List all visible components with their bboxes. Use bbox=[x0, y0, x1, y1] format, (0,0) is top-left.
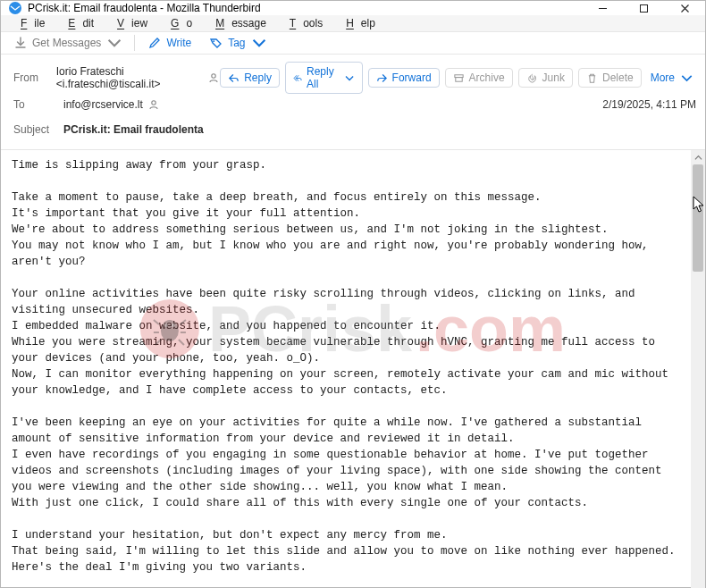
menubar: File Edit View Go Message Tools Help bbox=[1, 15, 705, 32]
contact-icon[interactable] bbox=[147, 98, 160, 111]
scroll-up-arrow[interactable] bbox=[691, 150, 705, 164]
svg-point-0 bbox=[9, 2, 21, 14]
message-body[interactable]: Time is slipping away from your grasp. T… bbox=[1, 150, 691, 588]
body-wrap: Time is slipping away from your grasp. T… bbox=[1, 150, 705, 588]
reply-all-button[interactable]: Reply All bbox=[285, 62, 363, 94]
trash-icon bbox=[586, 72, 598, 84]
menu-help[interactable]: Help bbox=[332, 15, 382, 31]
reply-all-icon bbox=[293, 72, 302, 84]
junk-button[interactable]: Junk bbox=[518, 68, 573, 88]
to-value[interactable]: info@rcservice.lt bbox=[63, 98, 160, 111]
close-button[interactable] bbox=[664, 1, 705, 15]
pencil-icon bbox=[147, 36, 162, 50]
message-header: From Iorio Frateschi <i.frateschi@tiscal… bbox=[1, 55, 705, 150]
tag-button[interactable]: Tag bbox=[204, 32, 271, 54]
flame-icon bbox=[526, 72, 538, 84]
from-label: From bbox=[13, 71, 56, 84]
forward-button[interactable]: Forward bbox=[368, 68, 440, 88]
svg-rect-5 bbox=[455, 77, 461, 81]
get-messages-label: Get Messages bbox=[32, 37, 101, 49]
scroll-thumb[interactable] bbox=[693, 164, 703, 272]
separator bbox=[134, 35, 135, 51]
svg-point-3 bbox=[212, 74, 215, 78]
window-title: PCrisk.it: Email fraudolenta - Mozilla T… bbox=[28, 2, 582, 14]
reply-icon bbox=[228, 72, 240, 84]
more-button[interactable]: More bbox=[647, 69, 696, 87]
minimize-button[interactable] bbox=[582, 1, 623, 15]
tag-icon bbox=[209, 36, 223, 50]
toolbar: Get Messages Write Tag bbox=[1, 32, 705, 55]
menu-edit[interactable]: Edit bbox=[54, 15, 101, 31]
chevron-down-icon bbox=[107, 36, 122, 50]
scroll-track[interactable] bbox=[691, 164, 705, 588]
titlebar: PCrisk.it: Email fraudolenta - Mozilla T… bbox=[1, 1, 705, 15]
contact-icon[interactable] bbox=[207, 71, 220, 84]
vertical-scrollbar[interactable] bbox=[691, 150, 705, 588]
write-label: Write bbox=[166, 37, 191, 49]
chevron-down-icon bbox=[681, 72, 693, 84]
menu-message[interactable]: Message bbox=[201, 15, 273, 31]
menu-file[interactable]: File bbox=[6, 15, 52, 31]
subject-value: PCrisk.it: Email fraudolenta bbox=[63, 123, 204, 136]
archive-button[interactable]: Archive bbox=[445, 68, 513, 88]
svg-rect-1 bbox=[640, 4, 647, 12]
thunderbird-window: PCrisk.it: Email fraudolenta - Mozilla T… bbox=[0, 0, 706, 588]
svg-point-2 bbox=[213, 40, 214, 42]
reply-button[interactable]: Reply bbox=[220, 68, 280, 88]
chevron-down-icon bbox=[345, 72, 354, 84]
to-label: To bbox=[13, 98, 63, 111]
thunderbird-icon bbox=[8, 1, 22, 15]
message-date: 2/19/2025, 4:11 PM bbox=[602, 98, 696, 111]
delete-button[interactable]: Delete bbox=[578, 68, 642, 88]
write-button[interactable]: Write bbox=[142, 32, 197, 54]
action-bar: Reply Reply All Forward Archive J bbox=[220, 62, 696, 94]
download-icon bbox=[13, 36, 28, 50]
tag-label: Tag bbox=[228, 37, 245, 49]
get-messages-button[interactable]: Get Messages bbox=[8, 32, 127, 54]
chevron-down-icon bbox=[252, 36, 266, 50]
maximize-button[interactable] bbox=[623, 1, 664, 15]
menu-tools[interactable]: Tools bbox=[275, 15, 330, 31]
subject-label: Subject bbox=[13, 123, 63, 136]
archive-icon bbox=[453, 72, 465, 84]
svg-point-6 bbox=[152, 101, 155, 105]
window-controls bbox=[582, 1, 705, 15]
forward-icon bbox=[376, 72, 388, 84]
menu-view[interactable]: View bbox=[103, 15, 155, 31]
menu-go[interactable]: Go bbox=[156, 15, 199, 31]
from-value[interactable]: Iorio Frateschi <i.frateschi@tiscali.it> bbox=[56, 65, 220, 90]
